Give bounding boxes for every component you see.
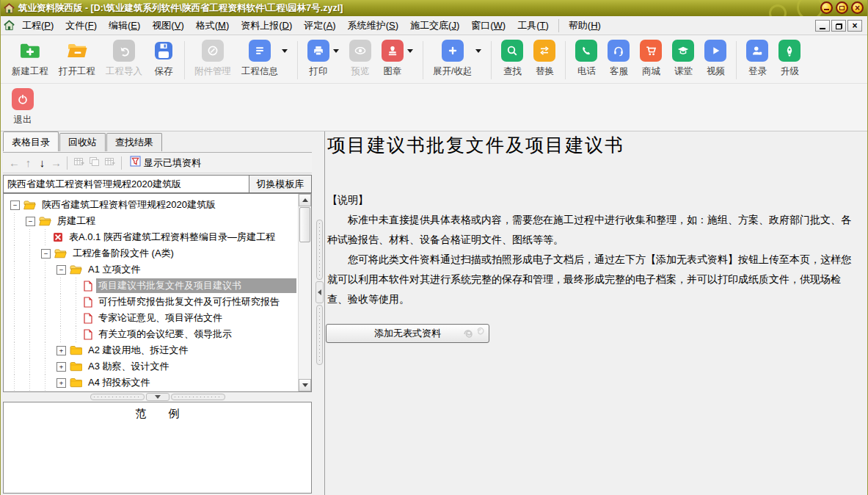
chevron-down-icon[interactable]: [475, 49, 481, 56]
arrow-right-icon[interactable]: →: [49, 156, 63, 169]
table-copy-icon[interactable]: [89, 156, 100, 170]
mall-button[interactable]: 商城: [640, 40, 662, 78]
chevron-down-icon[interactable]: [333, 49, 339, 56]
tree-item-label[interactable]: 陕西省建筑工程资料管理规程2020建筑版: [40, 198, 218, 212]
tree-item-label[interactable]: 房建工程: [55, 214, 98, 228]
arrow-down-icon[interactable]: ↓: [35, 156, 49, 169]
menu-item-1[interactable]: 文件(F): [59, 16, 103, 35]
arrow-up-icon[interactable]: ↑: [21, 156, 35, 169]
tree-item-label[interactable]: 可行性研究报告批复文件及可行性研究报告: [96, 295, 282, 309]
upgrade-button[interactable]: 升级: [778, 40, 800, 78]
tree-item-2[interactable]: 表A.0.1 陕西省建筑工程资料整编目录—房建工程: [4, 229, 311, 245]
expand-collapse-button[interactable]: 展开/收起: [433, 40, 472, 78]
save-button[interactable]: 保存: [153, 40, 175, 78]
collapse-node-icon[interactable]: −: [41, 249, 51, 259]
chevron-down-icon[interactable]: [407, 49, 413, 56]
preview-button[interactable]: 预览: [349, 40, 371, 78]
classroom-button[interactable]: 课堂: [672, 40, 694, 78]
tree-item-11[interactable]: +A4 招投标文件: [4, 375, 311, 391]
mdi-minimize-icon[interactable]: [815, 20, 830, 32]
tree-item-label[interactable]: A1 立项文件: [86, 262, 143, 277]
table-remove-icon[interactable]: [104, 156, 115, 170]
exit-button[interactable]: 退出: [12, 88, 34, 126]
menu-item-3[interactable]: 视图(V): [146, 16, 189, 35]
tree-item-label[interactable]: A4 招投标文件: [86, 375, 153, 390]
expand-node-icon[interactable]: +: [56, 378, 66, 388]
find-button[interactable]: 查找: [501, 40, 523, 78]
splitter-grip[interactable]: [316, 305, 323, 365]
vertical-splitter[interactable]: [314, 131, 324, 495]
tree-item-label[interactable]: 专家论证意见、项目评估文件: [96, 311, 225, 325]
stamp-button[interactable]: 图章: [382, 40, 404, 78]
tree-item-label[interactable]: 表A.0.1 陕西省建筑工程资料整编目录—房建工程: [67, 230, 277, 245]
menu-item-10[interactable]: 工具(T): [511, 16, 555, 35]
show-filled-filter[interactable]: 显示已填资料: [130, 156, 201, 170]
attachment-manage-button[interactable]: 附件管理: [194, 40, 231, 78]
menu-item-9[interactable]: 窗口(W): [465, 16, 511, 35]
menu-item-7[interactable]: 系统维护(S): [342, 16, 404, 35]
tree-item-label[interactable]: A3 勘察、设计文件: [86, 359, 172, 374]
collapse-down-icon[interactable]: [146, 393, 169, 401]
video-button[interactable]: 视频: [704, 40, 726, 78]
tab-recycle-bin[interactable]: 回收站: [59, 133, 106, 151]
tree-item-10[interactable]: +A3 勘察、设计文件: [4, 358, 311, 375]
maximize-icon[interactable]: [836, 1, 848, 14]
project-import-button[interactable]: 工程导入: [106, 40, 142, 78]
splitter-grip[interactable]: [171, 394, 225, 400]
add-formless-material-button[interactable]: 添加无表式资料: [326, 324, 489, 343]
open-project-button[interactable]: 打开工程: [59, 40, 95, 78]
menu-item-5[interactable]: 资料上报(D): [235, 16, 298, 35]
support-button[interactable]: 客服: [608, 40, 630, 78]
collapse-node-icon[interactable]: −: [10, 200, 20, 210]
tab-search-results[interactable]: 查找结果: [106, 133, 162, 151]
tree-item-7[interactable]: 专家论证意见、项目评估文件: [4, 310, 311, 326]
expand-node-icon[interactable]: +: [56, 362, 66, 372]
tree-item-4[interactable]: −A1 立项文件: [4, 261, 311, 278]
tree-item-label[interactable]: 工程准备阶段文件 (A类): [70, 246, 176, 261]
print-button[interactable]: 打印: [307, 40, 329, 78]
close-icon[interactable]: ×: [851, 1, 864, 14]
splitter-grip[interactable]: [316, 220, 323, 280]
tree-item-label[interactable]: A2 建设用地、拆迁文件: [86, 343, 191, 358]
tree-item-0[interactable]: −陕西省建筑工程资料管理规程2020建筑版: [4, 197, 311, 213]
tree-item-6[interactable]: 可行性研究报告批复文件及可行性研究报告: [4, 294, 311, 310]
mdi-restore-icon[interactable]: [831, 20, 846, 32]
menu-item-6[interactable]: 评定(A): [298, 16, 341, 35]
collapse-node-icon[interactable]: −: [56, 265, 66, 275]
collapse-node-icon[interactable]: −: [26, 217, 35, 226]
tree-scrollbar[interactable]: [298, 194, 311, 391]
tab-catalog[interactable]: 表格目录: [3, 131, 59, 151]
table-add-icon[interactable]: [73, 156, 84, 170]
arrow-left-icon[interactable]: ←: [7, 156, 21, 169]
tree-item-8[interactable]: 有关立项的会议纪要、领导批示: [4, 326, 311, 342]
menu-item-8[interactable]: 施工交底(J): [404, 16, 465, 35]
tree-item-9[interactable]: +A2 建设用地、拆迁文件: [4, 342, 311, 358]
tree-item-1[interactable]: −房建工程: [4, 213, 311, 229]
menu-item-0[interactable]: 工程(P): [16, 16, 59, 35]
menu-item-11[interactable]: 帮助(H): [563, 16, 607, 35]
phone-button[interactable]: 电话: [575, 40, 597, 78]
tree-item-label-selected[interactable]: 项目建议书批复文件及项目建议书: [96, 278, 296, 293]
login-button[interactable]: 登录: [746, 40, 768, 78]
tree-item-5[interactable]: 项目建议书批复文件及项目建议书: [4, 278, 311, 294]
expand-node-icon[interactable]: +: [56, 346, 66, 355]
horizontal-splitter[interactable]: [3, 394, 312, 400]
splitter-grip[interactable]: [90, 394, 145, 400]
template-name-input[interactable]: 陕西省建筑工程资料管理规程2020建筑版: [3, 175, 249, 193]
tree-item-label[interactable]: 有关立项的会议纪要、领导批示: [96, 327, 234, 342]
collapse-left-icon[interactable]: [316, 281, 324, 303]
scroll-up-icon[interactable]: [299, 194, 311, 206]
mdi-close-icon[interactable]: ×: [847, 20, 862, 32]
tree-item-3[interactable]: −工程准备阶段文件 (A类): [4, 245, 311, 261]
scroll-thumb[interactable]: [299, 207, 310, 242]
chevron-down-icon[interactable]: [282, 49, 288, 56]
replace-button[interactable]: 替换: [533, 40, 555, 78]
project-info-button[interactable]: 工程信息: [241, 40, 278, 78]
menu-item-2[interactable]: 编辑(E): [103, 16, 146, 35]
switch-template-button[interactable]: 切换模板库: [249, 175, 312, 193]
scroll-down-icon[interactable]: [299, 379, 311, 391]
tree-guide: [53, 310, 68, 326]
menu-item-4[interactable]: 格式(M): [190, 16, 236, 35]
minimize-icon[interactable]: [820, 1, 833, 14]
new-project-button[interactable]: 新建工程: [12, 40, 48, 78]
